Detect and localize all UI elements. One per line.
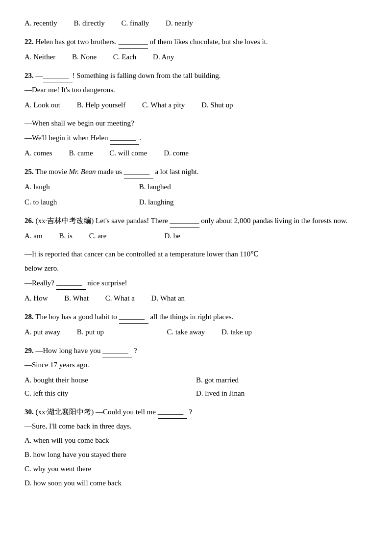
q27-line2-after: nice surprise! bbox=[87, 279, 127, 287]
q22-option-b: B. None bbox=[72, 50, 97, 64]
q30-option-c: C. why you went there bbox=[24, 462, 368, 476]
q26-options: A. am B. is C. are D. be bbox=[24, 229, 368, 243]
q29-option-b: B. got married bbox=[196, 374, 368, 387]
q22-option-a: A. Neither bbox=[24, 50, 55, 64]
q23-reply: —Dear me! It's too dangerous. bbox=[24, 83, 368, 97]
q24-option-d: D. come bbox=[164, 147, 189, 160]
q23-option-a: A. Look out bbox=[24, 99, 60, 112]
q29-block: 29. —How long have you _______ ? —Since … bbox=[24, 344, 368, 400]
q23-exclaim: ! bbox=[73, 72, 77, 79]
q30-option-d: D. how soon you will come back bbox=[24, 477, 368, 490]
q26-text-before: Let's save pandas! There bbox=[96, 217, 168, 225]
q22-block: 22. Helen has got two brothers. ________… bbox=[24, 35, 368, 64]
q25-italic: Mr. Bean bbox=[69, 168, 96, 176]
q30-block: 30. (xx·湖北襄阳中考) —Could you tell me _____… bbox=[24, 405, 368, 490]
q28-text-before: The boy has a good habit to bbox=[35, 313, 117, 321]
q29-option-d: D. lived in Jinan bbox=[196, 387, 368, 400]
q30-prefix: (xx·湖北襄阳中考) bbox=[36, 408, 94, 416]
q29-line1-before: —How long have you bbox=[36, 347, 101, 354]
q26-option-a: A. am bbox=[24, 229, 43, 243]
q26-option-d: D. be bbox=[164, 229, 180, 243]
q30-reply: —Sure, I'll come back in three days. bbox=[24, 420, 368, 433]
q21-option-a: A. recently bbox=[24, 17, 57, 30]
q30-text-before: —Could you tell me bbox=[96, 408, 156, 416]
q27-blank: _______ bbox=[56, 276, 86, 290]
q27-option-c: C. What a bbox=[105, 292, 135, 305]
q26-number: 26. bbox=[24, 217, 34, 225]
q30-number: 30. bbox=[24, 408, 34, 416]
q27-line2: —Really? _______ nice surprise! bbox=[24, 276, 368, 290]
q28-option-b: B. put up bbox=[77, 326, 150, 339]
q21-option-d: D. nearly bbox=[166, 17, 193, 30]
q29-line1: 29. —How long have you _______ ? bbox=[24, 344, 368, 357]
q25-option-b: B. laughed bbox=[139, 180, 171, 194]
q26-option-c: C. are bbox=[89, 229, 148, 243]
q30-question: 30. (xx·湖北襄阳中考) —Could you tell me _____… bbox=[24, 405, 368, 419]
q23-block: 23. —_______! Something is falling down … bbox=[24, 69, 368, 112]
q28-options: A. put away B. put up C. take away D. ta… bbox=[24, 326, 368, 339]
q24-options: A. comes B. came C. will come D. come bbox=[24, 147, 368, 160]
q22-blank: ________ bbox=[119, 35, 148, 49]
q21-option-c: C. finally bbox=[121, 17, 149, 30]
q29-line2: —Since 17 years ago. bbox=[24, 358, 368, 372]
q22-number: 22. bbox=[24, 38, 34, 46]
q23-option-d: D. Shut up bbox=[201, 99, 233, 112]
q26-question: 26. (xx·吉林中考改编) Let's save pandas! There… bbox=[24, 214, 368, 227]
q27-line2-before: —Really? bbox=[24, 279, 54, 287]
q27-line1b: below zero. bbox=[24, 262, 368, 275]
q24-line2-after: . bbox=[139, 134, 141, 142]
q23-option-c: C. What a pity bbox=[142, 99, 185, 112]
q25-option-d: D. laughing bbox=[139, 196, 174, 209]
q30-text-after: ? bbox=[189, 408, 192, 416]
q26-option-b: B. is bbox=[59, 229, 73, 243]
q27-line1: —It is reported that cancer can be contr… bbox=[24, 248, 368, 261]
q30-option-b: B. how long have you stayed there bbox=[24, 448, 368, 461]
q21-option-b: B. directly bbox=[74, 17, 104, 30]
q26-blank: ________ bbox=[170, 214, 199, 227]
q25-text-after: a lot last night. bbox=[155, 168, 198, 176]
q21-options-row: A. recently B. directly C. finally D. ne… bbox=[24, 17, 368, 30]
q26-text-after: only about 2,000 pandas living in the fo… bbox=[201, 217, 347, 225]
q22-options: A. Neither B. None C. Each D. Any bbox=[24, 50, 368, 64]
q25-number: 25. bbox=[24, 168, 34, 176]
q27-option-b: B. What bbox=[64, 292, 89, 305]
q23-question: 23. —_______! Something is falling down … bbox=[24, 69, 368, 82]
q27-options: A. How B. What C. What a D. What an bbox=[24, 292, 368, 305]
q28-blank: _______ bbox=[119, 310, 148, 324]
q28-question: 28. The boy has a good habit to _______ … bbox=[24, 310, 368, 324]
q29-line1-after: ? bbox=[134, 347, 137, 354]
q25-text-before: The movie bbox=[35, 168, 67, 176]
q25-block: 25. The movie Mr. Bean made us _______ a… bbox=[24, 165, 368, 209]
q22-option-c: C. Each bbox=[113, 50, 136, 64]
q22-text-after: of them likes chocolate, but she loves i… bbox=[149, 38, 268, 46]
q27-block: —It is reported that cancer can be contr… bbox=[24, 248, 368, 305]
q24-blank: _______ bbox=[110, 131, 139, 145]
q24-option-c: C. will come bbox=[109, 147, 147, 160]
q25-options-row1: A. laugh B. laughed bbox=[24, 180, 368, 194]
q24-option-b: B. came bbox=[69, 147, 93, 160]
q29-blank: _______ bbox=[102, 344, 132, 357]
q27-option-a: A. How bbox=[24, 292, 48, 305]
q22-text-before: Helen has got two brothers. bbox=[36, 38, 117, 46]
q28-option-c: C. take away bbox=[167, 326, 205, 339]
q23-text-after: Something is falling down from the tall … bbox=[76, 72, 220, 79]
q29-option-c: C. left this city bbox=[24, 387, 196, 400]
q24-line2: —We'll begin it when Helen _______. bbox=[24, 131, 368, 145]
q23-options: A. Look out B. Help yourself C. What a p… bbox=[24, 99, 368, 112]
q25-text-middle: made us bbox=[98, 168, 122, 176]
q28-option-d: D. take up bbox=[221, 326, 252, 339]
q29-options: A. bought their house B. got married C. … bbox=[24, 374, 368, 400]
q25-blank: _______ bbox=[124, 165, 153, 178]
q25-question: 25. The movie Mr. Bean made us _______ a… bbox=[24, 165, 368, 178]
q23-option-b: B. Help yourself bbox=[77, 99, 126, 112]
q24-option-a: A. comes bbox=[24, 147, 52, 160]
q28-option-a: A. put away bbox=[24, 326, 60, 339]
q22-question: 22. Helen has got two brothers. ________… bbox=[24, 35, 368, 49]
q26-prefix: (xx·吉林中考改编) bbox=[36, 217, 94, 225]
q28-number: 28. bbox=[24, 313, 34, 321]
q22-option-d: D. Any bbox=[153, 50, 174, 64]
q23-number: 23. bbox=[24, 72, 34, 79]
q24-block: —When shall we begin our meeting? —We'll… bbox=[24, 117, 368, 160]
q25-option-a: A. laugh bbox=[24, 180, 122, 194]
q29-option-a: A. bought their house bbox=[24, 374, 196, 387]
